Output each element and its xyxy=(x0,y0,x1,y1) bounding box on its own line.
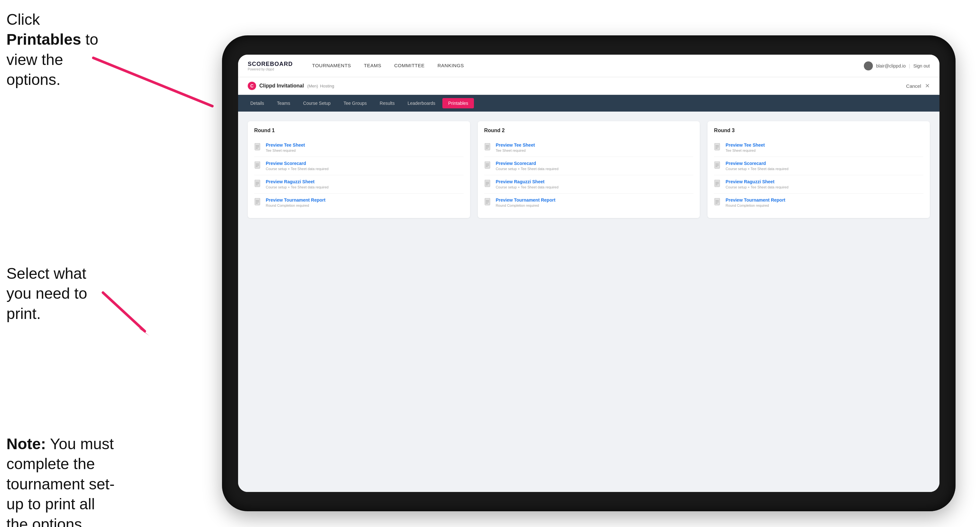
svg-rect-10 xyxy=(255,180,260,187)
round2-tee-sheet-info: Preview Tee Sheet Tee Sheet required xyxy=(496,143,535,152)
round2-raguzzi-sub: Course setup + Tee Sheet data required xyxy=(496,185,558,189)
tab-details[interactable]: Details xyxy=(245,98,270,108)
nav-links: TOURNAMENTS TEAMS COMMITTEE RANKINGS xyxy=(305,55,864,77)
round1-tournament-report-title: Preview Tournament Report xyxy=(266,197,326,203)
tablet-screen: SCOREBOARD Powered by clippd TOURNAMENTS… xyxy=(238,55,939,492)
print-doc-icon-r3-1 xyxy=(714,143,722,153)
round2-tournament-report-info: Preview Tournament Report Round Completi… xyxy=(496,197,556,207)
round1-raguzzi-info: Preview Raguzzi Sheet Course setup + Tee… xyxy=(266,179,328,189)
svg-rect-2 xyxy=(255,143,260,150)
print-doc-icon-r2-2 xyxy=(484,162,492,171)
round3-tournament-report-info: Preview Tournament Report Round Completi… xyxy=(725,197,785,207)
round2-raguzzi-info: Preview Raguzzi Sheet Course setup + Tee… xyxy=(496,179,558,189)
cancel-button[interactable]: Cancel xyxy=(906,83,921,89)
svg-rect-30 xyxy=(485,198,490,205)
round3-tournament-report-sub: Round Completion required xyxy=(725,203,785,207)
logo-text: SCOREBOARD xyxy=(248,61,293,68)
round3-tournament-report-title: Preview Tournament Report xyxy=(725,197,785,203)
logo-area: SCOREBOARD Powered by clippd xyxy=(248,61,293,71)
print-doc-icon-3 xyxy=(254,180,262,189)
round1-tournament-report[interactable]: Preview Tournament Report Round Completi… xyxy=(254,194,464,211)
tab-teams[interactable]: Teams xyxy=(271,98,296,108)
round3-raguzzi-sub: Course setup + Tee Sheet data required xyxy=(725,185,788,189)
nav-right: blair@clippd.io | Sign out xyxy=(864,62,930,70)
print-doc-icon-r3-3 xyxy=(714,180,722,189)
round-3-column: Round 3 Preview Tee Sheet Tee Sheet requ… xyxy=(708,121,930,218)
print-doc-icon-r2-3 xyxy=(484,180,492,189)
tab-tee-groups[interactable]: Tee Groups xyxy=(338,98,372,108)
round2-tee-sheet-sub: Tee Sheet required xyxy=(496,149,535,152)
pipe: | xyxy=(909,63,910,68)
round3-raguzzi[interactable]: Preview Raguzzi Sheet Course setup + Tee… xyxy=(714,175,923,194)
tablet-frame: SCOREBOARD Powered by clippd TOURNAMENTS… xyxy=(222,35,956,511)
print-doc-icon-r2-1 xyxy=(484,143,492,153)
round1-tee-sheet[interactable]: Preview Tee Sheet Tee Sheet required xyxy=(254,138,464,157)
round2-raguzzi-title: Preview Raguzzi Sheet xyxy=(496,179,558,184)
print-doc-icon xyxy=(254,143,262,153)
rounds-container: Round 1 Preview Tee Sheet Tee Sheet requ… xyxy=(248,121,930,218)
round1-raguzzi[interactable]: Preview Raguzzi Sheet Course setup + Tee… xyxy=(254,175,464,194)
svg-rect-38 xyxy=(714,162,720,168)
round2-tournament-report-title: Preview Tournament Report xyxy=(496,197,556,203)
arrow-printables-icon xyxy=(90,55,225,119)
round1-scorecard-sub: Course setup + Tee Sheet data required xyxy=(266,167,328,171)
round-2-column: Round 2 Preview Tee Sheet Tee Sheet requ… xyxy=(478,121,700,218)
round1-scorecard[interactable]: Preview Scorecard Course setup + Tee She… xyxy=(254,157,464,175)
cancel-x-button[interactable]: ✕ xyxy=(925,82,930,89)
sub-nav: Details Teams Course Setup Tee Groups Re… xyxy=(238,95,939,111)
svg-rect-14 xyxy=(255,198,260,205)
round1-scorecard-info: Preview Scorecard Course setup + Tee She… xyxy=(266,161,328,171)
round2-scorecard-info: Preview Scorecard Course setup + Tee She… xyxy=(496,161,558,171)
round2-tournament-report[interactable]: Preview Tournament Report Round Completi… xyxy=(484,194,694,211)
printables-bold: Printables xyxy=(6,31,81,48)
round2-tee-sheet-title: Preview Tee Sheet xyxy=(496,143,535,148)
round3-scorecard-info: Preview Scorecard Course setup + Tee She… xyxy=(725,161,788,171)
round2-tee-sheet[interactable]: Preview Tee Sheet Tee Sheet required xyxy=(484,138,694,157)
print-doc-icon-r3-4 xyxy=(714,198,722,208)
nav-committee[interactable]: COMMITTEE xyxy=(388,55,431,77)
print-doc-icon-2 xyxy=(254,162,262,171)
nav-rankings[interactable]: RANKINGS xyxy=(431,55,470,77)
tab-leaderboards[interactable]: Leaderboards xyxy=(402,98,441,108)
round3-scorecard-title: Preview Scorecard xyxy=(725,161,788,166)
round1-tee-sheet-sub: Tee Sheet required xyxy=(266,149,305,152)
main-content: Round 1 Preview Tee Sheet Tee Sheet requ… xyxy=(238,111,939,492)
round1-raguzzi-title: Preview Raguzzi Sheet xyxy=(266,179,328,184)
round3-scorecard[interactable]: Preview Scorecard Course setup + Tee She… xyxy=(714,157,923,175)
tab-results[interactable]: Results xyxy=(374,98,401,108)
round1-tournament-report-info: Preview Tournament Report Round Completi… xyxy=(266,197,326,207)
round1-tee-sheet-title: Preview Tee Sheet xyxy=(266,143,305,148)
user-email: blair@clippd.io xyxy=(876,63,906,68)
round-1-title: Round 1 xyxy=(254,128,464,133)
tournament-logo: C xyxy=(248,82,256,90)
round3-tee-sheet-title: Preview Tee Sheet xyxy=(725,143,765,148)
user-avatar xyxy=(864,62,873,70)
tab-course-setup[interactable]: Course Setup xyxy=(297,98,337,108)
nav-tournaments[interactable]: TOURNAMENTS xyxy=(305,55,358,77)
tournament-tag: (Men) xyxy=(307,84,318,89)
round-2-title: Round 2 xyxy=(484,128,694,133)
tab-printables[interactable]: Printables xyxy=(442,98,474,108)
instruction-bottom: Note: You must complete the tournament s… xyxy=(6,434,116,527)
round-3-title: Round 3 xyxy=(714,128,923,133)
round3-raguzzi-info: Preview Raguzzi Sheet Course setup + Tee… xyxy=(725,179,788,189)
round2-raguzzi[interactable]: Preview Raguzzi Sheet Course setup + Tee… xyxy=(484,175,694,194)
svg-rect-6 xyxy=(255,162,260,168)
round3-tee-sheet[interactable]: Preview Tee Sheet Tee Sheet required xyxy=(714,138,923,157)
tournament-status: Hosting xyxy=(320,84,334,89)
nav-teams[interactable]: TEAMS xyxy=(358,55,388,77)
tournament-bar-right: Cancel ✕ xyxy=(906,82,930,89)
round3-tee-sheet-sub: Tee Sheet required xyxy=(725,149,765,152)
round3-tee-sheet-info: Preview Tee Sheet Tee Sheet required xyxy=(725,143,765,152)
round3-tournament-report[interactable]: Preview Tournament Report Round Completi… xyxy=(714,194,923,211)
svg-rect-34 xyxy=(714,143,720,150)
svg-rect-22 xyxy=(485,162,490,168)
tournament-name: Clippd Invitational xyxy=(259,83,304,89)
round2-scorecard-sub: Course setup + Tee Sheet data required xyxy=(496,167,558,171)
instruction-middle: Select what you need to print. xyxy=(6,264,113,324)
round2-scorecard[interactable]: Preview Scorecard Course setup + Tee She… xyxy=(484,157,694,175)
round1-scorecard-title: Preview Scorecard xyxy=(266,161,328,166)
round2-tournament-report-sub: Round Completion required xyxy=(496,203,556,207)
print-doc-icon-r3-2 xyxy=(714,162,722,171)
sign-out-link[interactable]: Sign out xyxy=(913,63,930,68)
